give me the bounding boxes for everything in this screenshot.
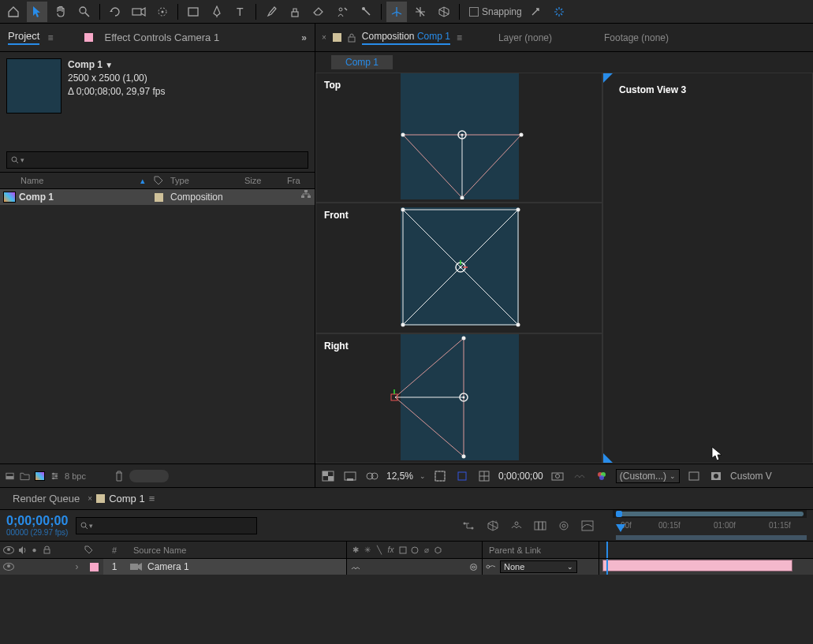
viewer-time[interactable]: 0;00;00;00	[498, 471, 543, 482]
current-timecode[interactable]: 0;00;00;00	[6, 514, 68, 528]
snap-opt2[interactable]	[549, 2, 569, 22]
interpret-icon[interactable]	[5, 471, 15, 481]
new-comp-icon[interactable]	[35, 471, 45, 481]
snapshot-icon[interactable]	[550, 468, 565, 484]
pickwhip-icon[interactable]	[486, 562, 496, 572]
alpha-icon[interactable]	[320, 468, 336, 484]
orbit-tool[interactable]	[105, 2, 125, 22]
puppet-tool[interactable]	[356, 2, 376, 22]
col-parent[interactable]: Parent & Link	[482, 542, 599, 558]
frame-blend-icon[interactable]	[532, 518, 548, 534]
lock-col-icon[interactable]	[42, 545, 52, 555]
viewport-front[interactable]: Front	[315, 203, 602, 333]
roto-tool[interactable]	[332, 2, 352, 22]
layer-bar[interactable]	[602, 560, 792, 571]
hand-tool[interactable]	[50, 2, 71, 22]
lock-icon[interactable]	[348, 33, 356, 43]
label-color-icon[interactable]	[155, 193, 163, 202]
motion-blur-icon[interactable]	[556, 518, 572, 534]
active-view-dropdown[interactable]: Custom V	[730, 471, 772, 482]
layer-track[interactable]	[599, 559, 792, 575]
parent-dropdown[interactable]: None⌄	[500, 560, 577, 573]
timeline-search[interactable]: ▾	[76, 517, 257, 534]
brush-tool[interactable]	[261, 2, 282, 22]
channel-icon[interactable]	[342, 468, 358, 484]
col-source[interactable]: Source Name	[125, 542, 346, 558]
playhead-icon[interactable]	[616, 524, 625, 532]
viewport-right[interactable]: Right	[315, 333, 602, 463]
pan-behind-tool[interactable]	[152, 2, 173, 22]
layer-tab[interactable]: Layer (none)	[498, 32, 552, 43]
flowchart-icon[interactable]	[300, 189, 311, 199]
close-tab-icon[interactable]: ×	[322, 33, 326, 42]
work-area-bar[interactable]	[616, 535, 807, 540]
col-size[interactable]: Size	[241, 173, 284, 188]
timeline-comp-tab[interactable]: × Comp 1 ≡	[88, 493, 155, 504]
grid-icon[interactable]	[476, 468, 492, 484]
axis-world[interactable]	[410, 2, 431, 22]
camera-tool[interactable]	[129, 2, 149, 22]
render-queue-tab[interactable]: Render Queue	[13, 493, 80, 504]
video-col-icon[interactable]	[3, 546, 14, 554]
type-tool[interactable]: T	[230, 2, 251, 22]
layer-row[interactable]: › 1 Camera 1 None⌄	[0, 559, 813, 575]
layer-label-color[interactable]	[90, 563, 99, 571]
selection-tool[interactable]	[27, 2, 47, 22]
axis-local[interactable]	[386, 2, 407, 22]
expand-icon[interactable]: ›	[76, 561, 87, 572]
label-col-icon[interactable]	[84, 545, 94, 555]
panel-menu-icon[interactable]: ≡	[47, 32, 53, 43]
eraser-tool[interactable]	[308, 2, 329, 22]
snapping-toggle[interactable]: Snapping	[469, 6, 522, 17]
project-search[interactable]: ▾	[6, 151, 308, 169]
new-folder-icon[interactable]	[20, 471, 30, 481]
project-item-row[interactable]: Comp 1 Composition	[0, 189, 315, 205]
show-snapshot-icon[interactable]	[572, 468, 587, 484]
view-opt1-icon[interactable]	[686, 468, 702, 484]
effect-controls-tab[interactable]: Effect Controls Camera 1	[104, 32, 219, 43]
viewport-custom[interactable]: Custom View 3	[602, 73, 813, 463]
comp-subtab[interactable]: Comp 1	[331, 55, 393, 69]
comp-thumbnail[interactable]	[6, 58, 62, 114]
home-tool[interactable]	[3, 2, 24, 22]
settings-icon[interactable]	[50, 471, 60, 481]
pen-tool[interactable]	[207, 2, 227, 22]
svg-point-82	[562, 524, 565, 527]
rect-tool[interactable]	[183, 2, 203, 22]
footage-tab[interactable]: Footage (none)	[604, 32, 669, 43]
color-mgmt-icon[interactable]	[594, 468, 610, 484]
graph-editor-icon[interactable]	[580, 518, 595, 534]
clone-tool[interactable]	[285, 2, 305, 22]
mask-icon[interactable]	[364, 468, 380, 484]
panel-expand-icon[interactable]: »	[301, 32, 307, 43]
bpc-label[interactable]: 8 bpc	[65, 471, 86, 481]
trash-icon[interactable]	[114, 471, 125, 481]
comp-tab-name[interactable]: Comp 1	[417, 31, 450, 42]
viewport-top[interactable]: Top	[315, 73, 602, 203]
col-name[interactable]: Name▴	[0, 173, 150, 188]
collapse-switch[interactable]	[468, 562, 479, 572]
solo-col-icon[interactable]: ●	[29, 545, 39, 555]
zoom-level[interactable]: 12,5%	[386, 471, 413, 482]
comp-tab-label[interactable]: Composition	[362, 31, 415, 42]
region-icon[interactable]	[454, 468, 470, 484]
view-layout-dropdown[interactable]: (Custom...)⌄	[616, 469, 680, 483]
snap-opt1[interactable]	[525, 2, 546, 22]
col-framerate[interactable]: Fra	[284, 173, 315, 188]
timeline-ruler-area[interactable]	[599, 542, 792, 558]
shy-icon[interactable]	[509, 518, 524, 534]
layer-visible-icon[interactable]	[3, 563, 14, 571]
view-opt2-icon[interactable]	[708, 468, 724, 484]
resolution-icon[interactable]	[432, 468, 448, 484]
col-type[interactable]: Type	[167, 173, 241, 188]
project-tab[interactable]: Project	[8, 30, 39, 45]
comp-menu-icon[interactable]: ≡	[457, 32, 462, 43]
audio-col-icon[interactable]	[17, 545, 27, 555]
comp-mini-flowchart-icon[interactable]	[461, 518, 477, 534]
col-label-icon[interactable]	[150, 173, 167, 188]
zoom-tool[interactable]	[74, 2, 95, 22]
col-number[interactable]: #	[103, 542, 125, 558]
shy-switch[interactable]	[350, 562, 360, 572]
axis-view[interactable]	[434, 2, 454, 22]
draft3d-icon[interactable]: +	[485, 518, 501, 534]
